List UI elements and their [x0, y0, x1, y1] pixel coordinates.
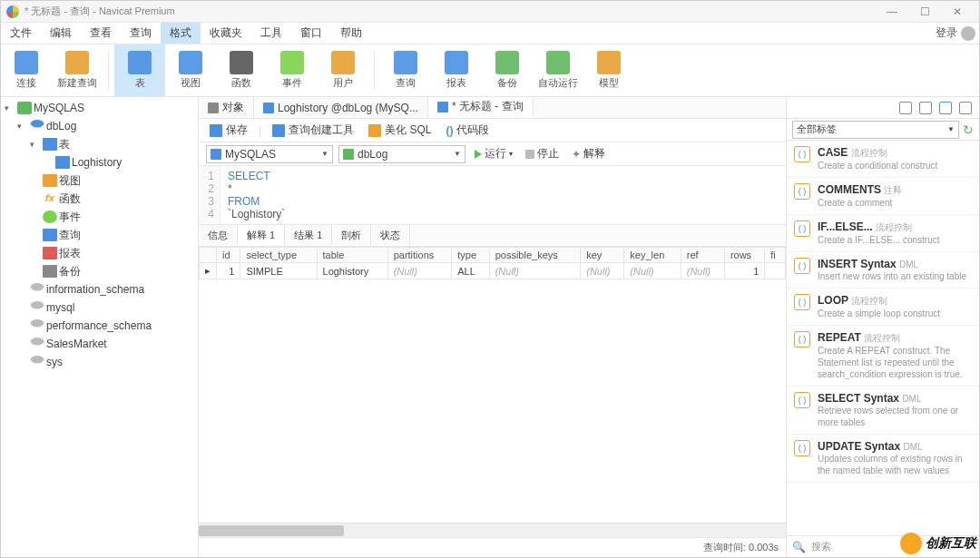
object-tree[interactable]: ▾MySQLAS ▾dbLog ▾表 Loghistory 视图fx函数事件查询…	[1, 97, 199, 557]
snippet-item[interactable]: LOOP 流程控制Create a simple loop construct	[787, 289, 979, 326]
run-button[interactable]: 运行▾	[471, 144, 516, 163]
menu-item[interactable]: 查看	[81, 23, 121, 44]
menu-item[interactable]: 工具	[251, 23, 291, 44]
snippet-item[interactable]: CASE 流程控制Create a conditional construct	[787, 141, 979, 178]
column-header[interactable]: ref	[681, 248, 724, 263]
menu-item[interactable]: 收藏夹	[201, 23, 251, 44]
refresh-icon[interactable]: ↻	[963, 122, 974, 137]
minimize-button[interactable]: —	[876, 1, 908, 23]
grid-cell[interactable]: (Null)	[581, 263, 624, 279]
result-tab[interactable]: 解释 1	[238, 225, 285, 246]
result-tab[interactable]: 结果 1	[285, 225, 332, 246]
toolbar-table-button[interactable]: 表	[114, 44, 165, 96]
connection-combo[interactable]: MySQLAS▼	[206, 145, 333, 163]
beautify-button[interactable]: 美化 SQL	[365, 121, 435, 140]
snippet-item[interactable]: REPEAT 流程控制Create A REPEAT construct. Th…	[787, 326, 979, 387]
tree-database[interactable]: information_schema	[1, 280, 198, 299]
toolbar-newquery-button[interactable]: 新建查询	[52, 44, 103, 96]
toolbar-model-button[interactable]: 模型	[583, 44, 634, 96]
column-header[interactable]: type	[452, 248, 489, 263]
column-header[interactable]: possible_keys	[489, 248, 581, 263]
editor-tab[interactable]: * 无标题 - 查询	[428, 97, 534, 118]
column-header[interactable]: table	[317, 248, 387, 263]
tree-database[interactable]: mysql	[1, 299, 198, 317]
menu-item[interactable]: 编辑	[41, 23, 81, 44]
tree-node[interactable]: fx函数	[1, 190, 198, 208]
query-builder-button[interactable]: 查询创建工具	[269, 121, 358, 140]
scrollbar-thumb[interactable]	[199, 525, 344, 536]
menu-item[interactable]: 格式	[161, 23, 201, 44]
tree-database[interactable]: ▾dbLog	[1, 117, 198, 135]
tree-table-item[interactable]: Loghistory	[1, 153, 198, 171]
snippet-item[interactable]: IF...ELSE... 流程控制Create a IF...ELSE... c…	[787, 215, 979, 252]
tree-node[interactable]: 事件	[1, 208, 198, 226]
clock-icon[interactable]	[919, 102, 932, 114]
tree-node[interactable]: 报表	[1, 244, 198, 262]
toolbar-backup-button[interactable]: 备份	[482, 44, 533, 96]
tree-node[interactable]: 备份	[1, 262, 198, 280]
toolbar-view-button[interactable]: 视图	[165, 44, 216, 96]
braces-icon[interactable]	[939, 102, 952, 114]
toolbar-fx-button[interactable]: 函数	[216, 44, 267, 96]
snippet-item[interactable]: SELECT Syntax DMLRetrieve rows selected …	[787, 387, 979, 435]
result-tab[interactable]: 状态	[371, 225, 410, 246]
snippet-item[interactable]: INSERT Syntax DMLInsert new rows into an…	[787, 252, 979, 289]
result-tab[interactable]: 信息	[199, 225, 238, 246]
sql-editor[interactable]: 1234 SELECT * FROM `Loghistory`	[199, 166, 786, 224]
close-button[interactable]: ✕	[941, 1, 974, 23]
tree-label: mysql	[46, 301, 74, 314]
grid-cell[interactable]: (Null)	[387, 263, 452, 279]
toolbar-event-button[interactable]: 事件	[267, 44, 318, 96]
column-header[interactable]: partitions	[387, 248, 452, 263]
toolbar-auto-button[interactable]: 自动运行	[533, 44, 583, 96]
tree-database[interactable]: performance_schema	[1, 317, 198, 335]
horizontal-scrollbar[interactable]	[199, 523, 786, 537]
toolbar-connect-button[interactable]: 连接	[1, 44, 52, 96]
menu-item[interactable]: 帮助	[331, 23, 371, 44]
grid-cell[interactable]: 1	[217, 263, 240, 279]
auto-icon	[546, 51, 570, 74]
database-combo[interactable]: dbLog▼	[338, 145, 466, 163]
grid-cell[interactable]: (Null)	[681, 263, 724, 279]
tree-node[interactable]: 查询	[1, 226, 198, 244]
snippet-item[interactable]: COMMENTS 注释Create a comment	[787, 178, 979, 215]
snippet-item[interactable]: UPDATE Syntax DMLUpdates columns of exis…	[787, 435, 979, 483]
column-header[interactable]: fi	[765, 248, 786, 263]
maximize-button[interactable]: ☐	[908, 1, 941, 23]
tree-database[interactable]: sys	[1, 353, 198, 371]
explain-button[interactable]: ✦解释	[568, 144, 609, 163]
tree-database[interactable]: SalesMarket	[1, 335, 198, 353]
stop-button[interactable]: 停止	[522, 144, 563, 163]
tree-tables-node[interactable]: ▾表	[1, 135, 198, 153]
login-link[interactable]: 登录	[932, 23, 979, 44]
toolbar-query-button[interactable]: 查询	[380, 44, 431, 96]
column-header[interactable]: select_type	[240, 248, 317, 263]
grid-cell[interactable]: 1	[724, 263, 764, 279]
menu-item[interactable]: 查询	[121, 23, 161, 44]
grid-cell[interactable]: (Null)	[489, 263, 581, 279]
menu-item[interactable]: 文件	[1, 23, 41, 44]
tag-filter-select[interactable]: 全部标签▼	[792, 121, 959, 139]
save-button[interactable]: 保存	[206, 121, 251, 140]
tree-node[interactable]: 视图	[1, 171, 198, 190]
grid-cell[interactable]	[765, 263, 786, 279]
grid-cell[interactable]: Loghistory	[317, 263, 387, 279]
grid-cell[interactable]: ALL	[452, 263, 489, 279]
grid-cell[interactable]: (Null)	[624, 263, 681, 279]
grid-cell[interactable]: SIMPLE	[240, 263, 317, 279]
menu-item[interactable]: 窗口	[291, 23, 331, 44]
editor-tab[interactable]: 对象	[199, 97, 254, 118]
grid-icon[interactable]	[959, 102, 972, 114]
snippets-button[interactable]: ()代码段	[442, 121, 493, 140]
tree-connection[interactable]: ▾MySQLAS	[1, 99, 198, 117]
toolbar-report-button[interactable]: 报表	[431, 44, 482, 96]
column-header[interactable]: id	[217, 248, 240, 263]
column-header[interactable]: key_len	[624, 248, 681, 263]
result-tab[interactable]: 剖析	[332, 225, 371, 246]
info-icon[interactable]	[899, 102, 912, 114]
toolbar-user-button[interactable]: 用户	[318, 44, 368, 96]
column-header[interactable]: rows	[724, 248, 764, 263]
result-grid[interactable]: idselect_typetablepartitionstypepossible…	[199, 247, 786, 523]
column-header[interactable]: key	[581, 248, 624, 263]
editor-tab[interactable]: Loghistory @dbLog (MySQ...	[254, 97, 428, 118]
